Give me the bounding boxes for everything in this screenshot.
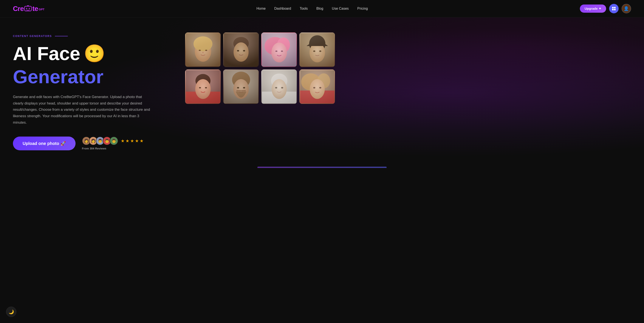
svg-point-55 [319, 87, 321, 88]
hero-description: Generate and edit faces with Cre8teGPT's… [13, 94, 151, 126]
svg-rect-4 [612, 7, 614, 8]
hero-section: CONTENT GENERATORS AI Face 🙂 Generator G… [0, 17, 644, 168]
face-image-4 [300, 32, 335, 67]
svg-point-40 [243, 87, 245, 88]
svg-point-18 [243, 50, 245, 51]
nav-links: Home Dashboard Tools Blog Use Cases Pric… [256, 7, 368, 10]
star-5: ★ [140, 138, 144, 143]
svg-point-48 [281, 87, 283, 88]
face-image-2 [223, 32, 259, 67]
face-grid [185, 32, 335, 104]
svg-point-54 [313, 87, 315, 88]
svg-rect-6 [612, 9, 614, 10]
grid-icon-button[interactable] [609, 4, 618, 13]
nav-dashboard[interactable]: Dashboard [274, 7, 291, 10]
hero-actions: Upload one photo 🚀 👩 👩 👨 👨 👨 ★ ★ ★ ★ [13, 137, 176, 150]
avatar-icon: 👤 [624, 6, 629, 11]
logo-icon [24, 5, 32, 12]
reviews-section: 👩 👩 👨 👨 👨 ★ ★ ★ ★ ★ From 304 Reviews [82, 137, 144, 150]
star-1: ★ [121, 138, 124, 143]
svg-point-24 [281, 50, 283, 52]
nav-pricing[interactable]: Pricing [357, 7, 368, 10]
svg-point-13 [202, 52, 204, 53]
title-emoji: 🙂 [84, 44, 105, 63]
svg-rect-42 [241, 90, 246, 91]
user-avatar[interactable]: 👤 [622, 4, 631, 13]
face-card-1 [185, 32, 220, 67]
svg-point-29 [319, 50, 321, 52]
svg-point-46 [272, 79, 287, 99]
svg-point-35 [205, 87, 207, 88]
navbar: Cre te GPT Home Dashboard Tools Blog Use… [0, 0, 644, 17]
face-card-8 [300, 69, 335, 104]
svg-rect-3 [27, 5, 29, 6]
logo-gpt: GPT [39, 8, 44, 11]
svg-point-2 [29, 8, 30, 9]
nav-blog[interactable]: Blog [316, 7, 323, 10]
svg-rect-5 [614, 7, 616, 8]
svg-point-1 [26, 8, 27, 9]
svg-point-33 [195, 79, 211, 99]
hero-title: AI Face 🙂 Generator [13, 44, 176, 87]
nav-use-cases[interactable]: Use Cases [332, 7, 349, 10]
star-2: ★ [126, 138, 129, 143]
reviews-count: From 304 Reviews [82, 147, 144, 150]
reviewer-avatars: 👩 👩 👨 👨 👨 [82, 137, 118, 145]
grid-icon [612, 6, 616, 11]
darkmode-toggle[interactable]: 🌙 [6, 307, 16, 317]
face-card-5 [185, 69, 220, 104]
svg-point-39 [237, 87, 239, 88]
upload-photo-button[interactable]: Upload one photo 🚀 [13, 137, 76, 150]
face-card-2 [223, 32, 259, 67]
svg-point-12 [205, 50, 207, 51]
star-3: ★ [130, 138, 134, 143]
title-generator: Generator [13, 67, 104, 87]
face-card-3 [261, 32, 297, 67]
face-image-3 [261, 32, 297, 67]
face-image-6 [223, 69, 259, 104]
svg-point-17 [237, 50, 239, 51]
face-card-4 [300, 32, 335, 67]
face-image-7 [261, 69, 297, 104]
face-card-6 [223, 69, 259, 104]
svg-point-10 [194, 36, 212, 51]
svg-point-47 [275, 87, 277, 88]
bottom-progress-bar [258, 167, 386, 168]
reviews-row: 👩 👩 👨 👨 👨 ★ ★ ★ ★ ★ [82, 137, 144, 145]
nav-home[interactable]: Home [256, 7, 266, 10]
star-rating: ★ ★ ★ ★ ★ [121, 138, 144, 143]
logo-text-2: te [32, 5, 38, 13]
svg-point-23 [275, 50, 278, 52]
reviewer-avatar-5: 👨 [110, 137, 118, 145]
logo-text: Cre [13, 5, 24, 13]
nav-tools[interactable]: Tools [300, 7, 308, 10]
face-image-5 [185, 69, 220, 104]
title-ai-face: AI Face [13, 44, 80, 63]
category-label: CONTENT GENERATORS [13, 35, 176, 38]
svg-rect-41 [236, 90, 241, 91]
category-text: CONTENT GENERATORS [13, 35, 52, 38]
face-image-8 [300, 69, 335, 104]
svg-point-53 [310, 79, 325, 99]
svg-point-22 [272, 42, 287, 62]
nav-actions: Upgrade ✦ 👤 [580, 4, 631, 13]
category-line [55, 36, 68, 36]
upgrade-button[interactable]: Upgrade ✦ [580, 4, 606, 13]
star-4: ★ [135, 138, 139, 143]
svg-point-28 [313, 50, 315, 52]
hero-left: CONTENT GENERATORS AI Face 🙂 Generator G… [13, 32, 176, 150]
face-image-1 [185, 32, 220, 67]
logo[interactable]: Cre te GPT [13, 5, 44, 13]
svg-rect-7 [614, 9, 616, 10]
svg-point-34 [199, 87, 201, 88]
face-card-7 [261, 69, 297, 104]
svg-point-16 [234, 42, 248, 62]
moon-icon: 🌙 [8, 309, 14, 315]
svg-point-11 [199, 50, 201, 51]
